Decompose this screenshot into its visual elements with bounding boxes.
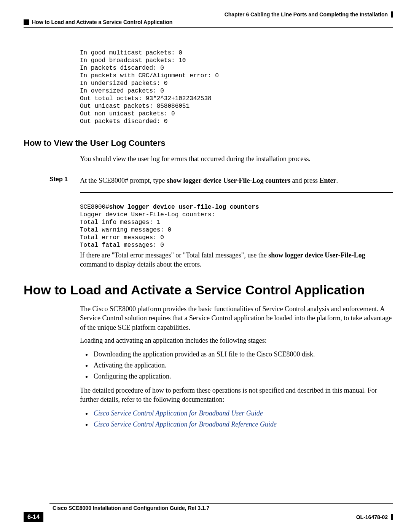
logger-note: If there are "Total error messages" or "… [80,251,393,269]
heading-load-activate: How to Load and Activate a Service Contr… [24,283,393,297]
list-item: Cisco Service Control Application for Br… [92,408,393,419]
step-1-post: . [336,177,338,184]
stage-item: Activating the application. [92,360,393,371]
load-paragraph-1: The Cisco SCE8000 platform provides the … [80,304,393,332]
stage-item: Downloading the application provided as … [92,349,393,360]
step-1-enter: Enter [319,177,336,184]
page-footer: Cisco SCE8000 Installation and Configura… [0,503,411,522]
load-paragraph-3: The detailed procedure of how to perform… [80,386,393,404]
logger-note-post: command to display details about the err… [80,260,201,268]
logger-note-pre: If there are "Total error messages" or "… [80,251,268,259]
logger-prompt: SCE8000# [80,204,109,211]
userlog-intro: You should view the user log for errors … [80,154,393,163]
logger-command-line: SCE8000#show logger device user-file-log… [80,203,393,211]
logger-command: show logger device user-file-log counter… [109,204,259,211]
doc-link-user-guide[interactable]: Cisco Service Control Application for Br… [94,409,263,417]
doc-links-list: Cisco Service Control Application for Br… [92,408,393,430]
footer-doc-id: OL-16478-02 [356,514,388,520]
stages-list: Downloading the application provided as … [92,349,393,382]
step-1: Step 1 At the SCE8000# prompt, type show… [49,176,393,185]
list-item: Cisco Service Control Application for Br… [92,419,393,430]
interface-counters-output: In good multicast packets: 0 In good bro… [80,49,393,125]
stage-item: Configuring the application. [92,371,393,382]
step-rule-bottom [80,192,393,193]
step-1-label: Step 1 [49,176,80,185]
header-bar-right [391,11,393,18]
doc-link-reference-guide[interactable]: Cisco Service Control Application for Br… [94,420,277,428]
logger-note-bold: show logger device User-File-Log [268,251,365,259]
footer-doc-title: Cisco SCE8000 Installation and Configura… [53,505,209,511]
logger-output: Logger device User-File-Log counters: To… [80,211,393,249]
step-rule-top [80,169,393,169]
footer-bar-right [391,514,393,520]
running-header-chapter: Chapter 6 Cabling the Line Ports and Com… [225,11,388,18]
step-1-pre: At the SCE8000# prompt, type [80,177,167,184]
page-number-badge: 6-14 [24,512,43,522]
running-header-section: How to Load and Activate a Service Contr… [32,19,172,25]
heading-user-log-counters: How to View the User Log Counters [24,138,393,148]
footer-rule [49,503,393,504]
header-square-left [24,19,29,25]
step-1-mid: and press [290,177,319,184]
step-1-text: At the SCE8000# prompt, type show logger… [80,176,338,185]
load-paragraph-2: Loading and activating an application in… [80,336,393,345]
step-1-cmd: show logger device User-File-Log counter… [167,177,290,184]
